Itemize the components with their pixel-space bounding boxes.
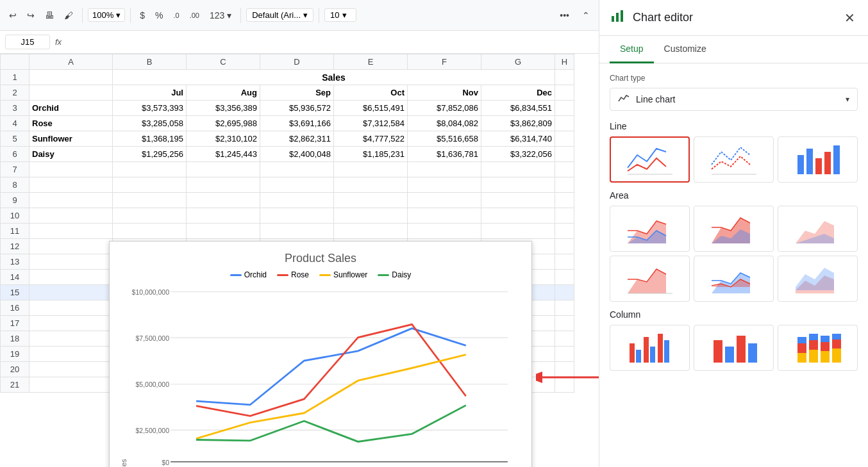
font-size-selector[interactable]: 10 ▾ <box>324 8 356 22</box>
cell-C3[interactable]: $3,356,389 <box>187 101 260 116</box>
sunflower-legend-line <box>319 274 331 276</box>
zoom-selector[interactable]: 100% ▾ <box>88 8 125 22</box>
more-button[interactable]: ••• <box>556 8 573 23</box>
cell-B4[interactable]: $3,285,058 <box>113 116 187 131</box>
cell-D6[interactable]: $2,400,048 <box>260 147 334 162</box>
area-chart-thumb-2[interactable] <box>694 206 774 252</box>
cell-H2[interactable] <box>555 85 574 101</box>
format-number-button[interactable]: 123 ▾ <box>206 8 235 23</box>
column-chart-thumb-3[interactable] <box>778 325 858 371</box>
cell-A2[interactable] <box>29 85 113 101</box>
cell-A5[interactable]: Sunflower <box>29 131 113 147</box>
area-chart-thumb-1[interactable] <box>610 206 690 252</box>
cell-F3[interactable]: $7,852,086 <box>408 101 481 116</box>
print-button[interactable]: 🖶 <box>41 8 58 23</box>
cell-C6[interactable]: $1,245,443 <box>187 147 260 162</box>
cell-reference-input[interactable] <box>5 35 50 49</box>
cell-G4[interactable]: $3,862,809 <box>481 116 555 131</box>
cell-A4[interactable]: Rose <box>29 116 113 131</box>
decimal-inc-button[interactable]: .00 <box>186 9 203 22</box>
cell-H4[interactable] <box>555 116 574 131</box>
cell-H3[interactable] <box>555 101 574 116</box>
cell-F6[interactable]: $1,636,781 <box>408 147 481 162</box>
col-header-D[interactable]: D <box>260 54 334 70</box>
col-header-H[interactable]: H <box>555 54 574 70</box>
cell-E2[interactable]: Oct <box>334 85 408 101</box>
area-chart-thumb-6[interactable] <box>778 256 858 302</box>
cell-G5[interactable]: $6,314,740 <box>481 131 555 147</box>
cell-D3[interactable]: $5,936,572 <box>260 101 334 116</box>
cell-D5[interactable]: $2,862,311 <box>260 131 334 147</box>
cell-A6[interactable]: Daisy <box>29 147 113 162</box>
cell-G6[interactable]: $3,322,056 <box>481 147 555 162</box>
sunflower-label: Sunflower <box>333 270 367 279</box>
line-chart-thumb-1[interactable] <box>610 136 690 183</box>
cell-G2[interactable]: Dec <box>481 85 555 101</box>
col-header-G[interactable]: G <box>481 54 555 70</box>
cell-C2[interactable]: Aug <box>187 85 260 101</box>
cell-H1[interactable] <box>555 70 574 85</box>
cell-D2[interactable]: Sep <box>260 85 334 101</box>
separator-1 <box>82 8 83 23</box>
cell-B5[interactable]: $1,368,195 <box>113 131 187 147</box>
cell-F5[interactable]: $5,516,658 <box>408 131 481 147</box>
fx-icon: fx <box>55 37 62 47</box>
collapse-button[interactable]: ⌃ <box>578 8 594 23</box>
cell-A1[interactable] <box>29 70 113 85</box>
cell-E6[interactable]: $1,185,231 <box>334 147 408 162</box>
orchid-line <box>196 329 466 405</box>
cell-D4[interactable]: $3,691,166 <box>260 116 334 131</box>
column-chart-thumb-2[interactable] <box>694 325 774 371</box>
area-chart-thumb-5[interactable] <box>694 256 774 302</box>
area-chart-thumb-4[interactable] <box>610 256 690 302</box>
font-size-value: 10 <box>330 10 339 20</box>
rose-label: Rose <box>291 270 309 279</box>
cell-E5[interactable]: $4,777,522 <box>334 131 408 147</box>
cell-B1-sales[interactable]: Sales <box>113 70 555 85</box>
cell-B6[interactable]: $1,295,256 <box>113 147 187 162</box>
cell-A3[interactable]: Orchid <box>29 101 113 116</box>
cell-H6[interactable] <box>555 147 574 162</box>
section-line-title: Line <box>610 121 858 131</box>
svg-text:$2,500,000: $2,500,000 <box>135 426 169 434</box>
col-header-A[interactable]: A <box>29 54 113 70</box>
daisy-legend-line <box>378 274 389 276</box>
decimal-dec-button[interactable]: .0 <box>170 9 183 22</box>
col-header-C[interactable]: C <box>187 54 260 70</box>
dollar-button[interactable]: $ <box>136 8 149 23</box>
area-chart-thumb-3[interactable] <box>778 206 858 252</box>
percent-button[interactable]: % <box>151 8 167 23</box>
formula-bar: fx <box>0 31 599 54</box>
paint-format-button[interactable]: 🖌 <box>60 8 77 23</box>
cell-C5[interactable]: $2,310,102 <box>187 131 260 147</box>
cell-F4[interactable]: $8,084,082 <box>408 116 481 131</box>
chart-type-selector[interactable]: Line chart ▾ <box>610 88 858 111</box>
tab-customize[interactable]: Customize <box>654 36 717 63</box>
line-chart-thumb-3[interactable] <box>778 136 858 183</box>
line-chart-thumb-2[interactable] <box>694 136 774 183</box>
chart-overlay[interactable]: Product Sales Orchid Rose Sunflower Dais… <box>109 241 532 467</box>
cell-C4[interactable]: $2,695,988 <box>187 116 260 131</box>
col-header-F[interactable]: F <box>408 54 481 70</box>
cell-G3[interactable]: $6,834,551 <box>481 101 555 116</box>
undo-button[interactable]: ↩ <box>5 8 21 23</box>
formula-input[interactable] <box>67 37 594 47</box>
table-row: 11 <box>1 224 574 239</box>
redo-button[interactable]: ↪ <box>23 8 38 23</box>
table-row: 3 Orchid $3,573,393 $3,356,389 $5,936,57… <box>1 101 574 116</box>
cell-B3[interactable]: $3,573,393 <box>113 101 187 116</box>
tab-setup[interactable]: Setup <box>610 36 654 63</box>
cell-E3[interactable]: $6,515,491 <box>334 101 408 116</box>
chart-type-dropdown-icon: ▾ <box>846 95 849 104</box>
column-chart-thumb-1[interactable] <box>610 325 690 371</box>
separator-4 <box>319 8 319 23</box>
cell-F2[interactable]: Nov <box>408 85 481 101</box>
chart-legend: Orchid Rose Sunflower Daisy <box>120 270 521 279</box>
col-header-B[interactable]: B <box>113 54 187 70</box>
col-header-E[interactable]: E <box>334 54 408 70</box>
cell-H5[interactable] <box>555 131 574 147</box>
font-family-selector[interactable]: Default (Ari... ▾ <box>246 8 313 22</box>
cell-B2[interactable]: Jul <box>113 85 187 101</box>
close-button[interactable]: ✕ <box>842 8 858 28</box>
cell-E4[interactable]: $7,312,584 <box>334 116 408 131</box>
